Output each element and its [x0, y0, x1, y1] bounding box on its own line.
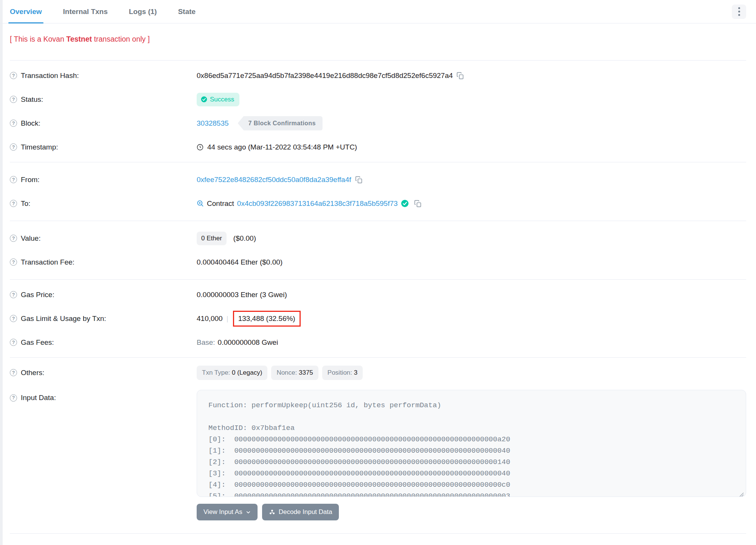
- tab-logs[interactable]: Logs (1): [129, 0, 157, 23]
- zoom-in-icon[interactable]: [197, 200, 204, 207]
- gas-price-label: Gas Price:: [21, 291, 54, 299]
- section-value: ? Value: 0 Ether ($0.00) ? Transaction F…: [0, 221, 756, 279]
- section-gas: ? Gas Price: 0.000000003 Ether (3 Gwei) …: [0, 280, 756, 357]
- help-icon[interactable]: ?: [10, 394, 17, 402]
- gas-used-highlight-box: 133,488 (32.56%): [233, 311, 301, 327]
- input-word-line: [2]: 00000000000000000000000000000000000…: [208, 456, 734, 468]
- copy-icon[interactable]: [414, 200, 422, 207]
- block-label: Block:: [21, 119, 40, 128]
- row-label: ? Transaction Hash:: [10, 72, 197, 80]
- value-usd: ($0.00): [233, 234, 256, 243]
- page-edge-strip: [0, 0, 3, 545]
- help-icon[interactable]: ?: [10, 258, 17, 266]
- timestamp-value: 44 secs ago (Mar-11-2022 03:54:48 PM +UT…: [207, 143, 357, 151]
- notice-text: [ This is a Kovan: [10, 35, 66, 43]
- divider: [10, 533, 746, 534]
- row-label: ? Others:: [10, 369, 197, 377]
- input-data-textarea[interactable]: Function: performUpkeep(uint256 id, byte…: [197, 390, 746, 497]
- row-label: ? Input Data:: [10, 394, 197, 402]
- help-icon[interactable]: ?: [10, 143, 17, 151]
- value-amount-badge: 0 Ether: [197, 232, 227, 245]
- check-circle-icon: [201, 96, 207, 103]
- row-label: ? Transaction Fee:: [10, 258, 197, 266]
- decode-input-data-button[interactable]: Decode Input Data: [262, 504, 339, 520]
- row-value: ? Value: 0 Ether ($0.00): [0, 226, 756, 250]
- status-label: Status:: [21, 95, 43, 104]
- help-icon[interactable]: ?: [10, 200, 17, 207]
- row-label: ? To:: [10, 199, 197, 208]
- row-label: ? Gas Price:: [10, 291, 197, 299]
- copy-icon[interactable]: [456, 72, 464, 79]
- section-others-input: ? Others: Txn Type: 0 (Legacy) Nonce: 33…: [0, 358, 756, 533]
- transaction-hash-value: 0x86ed5a771e725aa94d5b7fa2398e4419e216d8…: [197, 72, 453, 80]
- help-icon[interactable]: ?: [10, 235, 17, 242]
- tab-internal-txns[interactable]: Internal Txns: [63, 0, 108, 23]
- notice-bold: Testnet: [66, 35, 92, 43]
- input-methodid-line: MethodID: 0x7bbaf1ea: [208, 422, 734, 434]
- section-parties: ? From: 0xfee7522e8482682cf50ddc50a0f8da…: [0, 162, 756, 221]
- to-kind-text: Contract: [207, 199, 234, 208]
- input-function-line: Function: performUpkeep(uint256 id, byte…: [208, 400, 734, 411]
- testnet-notice: [ This is a Kovan Testnet transaction on…: [0, 23, 756, 60]
- row-gas-limit-usage: ? Gas Limit & Usage by Txn: 410,000 | 13…: [0, 307, 756, 330]
- help-icon[interactable]: ?: [10, 291, 17, 298]
- resize-handle[interactable]: [739, 489, 744, 495]
- row-timestamp: ? Timestamp: 44 secs ago (Mar-11-2022 03…: [0, 135, 756, 159]
- help-icon[interactable]: ?: [10, 176, 17, 183]
- row-block: ? Block: 30328535 7 Block Confirmations: [0, 111, 756, 135]
- nonce-badge: Nonce: 3375: [271, 366, 318, 380]
- more-options-button[interactable]: [732, 5, 746, 19]
- to-address-link[interactable]: 0x4cb093f226983713164a62138c3f718a5b595f…: [237, 199, 398, 208]
- tab-state[interactable]: State: [178, 0, 196, 23]
- help-icon[interactable]: ?: [10, 339, 17, 346]
- position-badge: Position: 3: [322, 366, 363, 380]
- section-summary: ? Transaction Hash: 0x86ed5a771e725aa94d…: [0, 61, 756, 162]
- value-label: Value:: [21, 234, 40, 243]
- input-word-line: [5]: 00000000000000000000000000000000000…: [208, 490, 734, 497]
- tab-overview[interactable]: Overview: [10, 0, 42, 23]
- input-word-line: [0]: 00000000000000000000000000000000000…: [208, 434, 734, 445]
- gas-used-value: 133,488 (32.56%): [238, 315, 295, 322]
- row-label: ? Status:: [10, 95, 197, 104]
- row-from: ? From: 0xfee7522e8482682cf50ddc50a0f8da…: [0, 168, 756, 192]
- chevron-down-icon: [246, 510, 251, 515]
- input-word-line: [4]: 00000000000000000000000000000000000…: [208, 479, 734, 490]
- gas-price-value: 0.000000003 Ether (3 Gwei): [197, 291, 287, 299]
- input-actions: View Input As Decode Input Data: [0, 497, 756, 530]
- fee-label: Transaction Fee:: [21, 258, 75, 266]
- status-badge: Success: [197, 93, 239, 106]
- row-label: ? Timestamp:: [10, 143, 197, 151]
- gas-limit-value: 410,000: [197, 315, 223, 323]
- block-number-link[interactable]: 30328535: [197, 119, 229, 128]
- notice-text-end: transaction only ]: [92, 35, 150, 43]
- copy-icon[interactable]: [355, 176, 363, 184]
- row-label: ? From:: [10, 176, 197, 184]
- input-word-line: [3]: 00000000000000000000000000000000000…: [208, 468, 734, 479]
- view-input-as-button[interactable]: View Input As: [197, 504, 258, 520]
- fee-value: 0.000400464 Ether ($0.00): [197, 258, 283, 266]
- kebab-icon: [738, 7, 740, 9]
- row-label: ? Gas Limit & Usage by Txn:: [10, 315, 197, 323]
- decode-icon: [269, 509, 275, 515]
- separator: |: [227, 315, 228, 323]
- help-icon[interactable]: ?: [10, 369, 17, 376]
- row-transaction-hash: ? Transaction Hash: 0x86ed5a771e725aa94d…: [0, 64, 756, 87]
- block-confirmations-badge: 7 Block Confirmations: [238, 116, 323, 131]
- tab-bar: Overview Internal Txns Logs (1) State: [0, 0, 756, 23]
- row-transaction-fee: ? Transaction Fee: 0.000400464 Ether ($0…: [0, 250, 756, 274]
- transaction-hash-label: Transaction Hash:: [21, 72, 79, 80]
- help-icon[interactable]: ?: [10, 120, 17, 127]
- from-address-link[interactable]: 0xfee7522e8482682cf50ddc50a0f8da2a39effa…: [197, 176, 351, 184]
- help-icon[interactable]: ?: [10, 96, 17, 103]
- from-label: From:: [21, 176, 40, 184]
- help-icon[interactable]: ?: [10, 315, 17, 322]
- input-blank-line: [208, 411, 734, 422]
- row-label: ? Value:: [10, 234, 197, 243]
- help-icon[interactable]: ?: [10, 72, 17, 79]
- row-label: ? Block:: [10, 119, 197, 128]
- input-word-line: [1]: 00000000000000000000000000000000000…: [208, 445, 734, 456]
- transaction-detail-page: Overview Internal Txns Logs (1) State [ …: [0, 0, 756, 545]
- row-gas-price: ? Gas Price: 0.000000003 Ether (3 Gwei): [0, 283, 756, 307]
- gas-limit-label: Gas Limit & Usage by Txn:: [21, 315, 106, 323]
- timestamp-label: Timestamp:: [21, 143, 58, 151]
